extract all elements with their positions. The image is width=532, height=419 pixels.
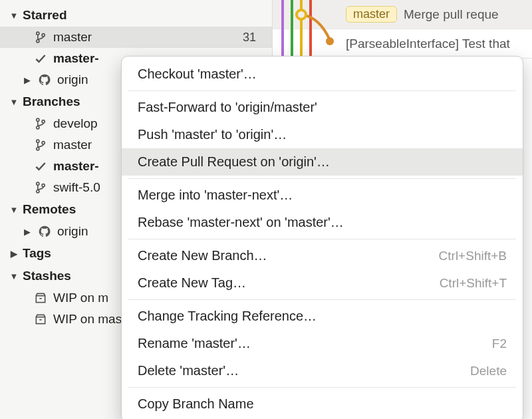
menu-label: Delete 'master'… bbox=[138, 363, 239, 378]
svg-point-16 bbox=[37, 190, 39, 193]
svg-point-8 bbox=[42, 34, 45, 37]
section-label: Branches bbox=[23, 94, 80, 109]
menu-shortcut: Ctrl+Shift+T bbox=[440, 276, 507, 291]
svg-point-10 bbox=[37, 126, 39, 129]
svg-point-14 bbox=[42, 142, 45, 144]
tree-item-master[interactable]: master 31 bbox=[0, 27, 272, 48]
svg-point-13 bbox=[37, 148, 39, 150]
chevron-down-icon: ▼ bbox=[9, 97, 19, 107]
svg-point-7 bbox=[37, 40, 39, 43]
chevron-right-icon: ▶ bbox=[23, 75, 32, 85]
menu-rename[interactable]: Rename 'master'… F2 bbox=[122, 330, 523, 357]
menu-separator bbox=[128, 90, 516, 91]
check-icon bbox=[33, 51, 48, 66]
chevron-down-icon: ▼ bbox=[9, 11, 19, 21]
svg-point-11 bbox=[42, 120, 45, 123]
tree-item-label: develop bbox=[53, 116, 98, 131]
section-label: Remotes bbox=[23, 202, 76, 217]
branch-icon bbox=[33, 180, 48, 195]
menu-label: Push 'master' to 'origin'… bbox=[138, 127, 287, 142]
chevron-down-icon: ▼ bbox=[9, 271, 19, 281]
behind-count: 31 bbox=[243, 31, 265, 45]
menu-label: Create New Tag… bbox=[138, 275, 246, 291]
tree-item-label: master bbox=[53, 30, 92, 45]
menu-copy-branch-name[interactable]: Copy Branch Name bbox=[122, 390, 523, 418]
chevron-right-icon: ▶ bbox=[9, 249, 19, 259]
menu-new-branch[interactable]: Create New Branch… Ctrl+Shift+B bbox=[122, 242, 523, 269]
menu-label: Fast-Forward to 'origin/master' bbox=[138, 100, 317, 115]
menu-merge[interactable]: Merge into 'master-next'… bbox=[122, 182, 523, 209]
chevron-right-icon: ▶ bbox=[23, 227, 32, 237]
menu-label: Merge into 'master-next'… bbox=[138, 188, 293, 203]
menu-fast-forward[interactable]: Fast-Forward to 'origin/master' bbox=[122, 94, 523, 121]
branch-icon bbox=[33, 30, 48, 45]
menu-separator bbox=[128, 178, 516, 179]
tree-item-label: origin bbox=[57, 72, 88, 87]
svg-point-17 bbox=[42, 184, 45, 187]
section-label: Tags bbox=[23, 246, 51, 261]
menu-shortcut: Ctrl+Shift+B bbox=[439, 249, 507, 263]
tree-item-label: swift-5.0 bbox=[53, 180, 100, 195]
tree-item-label: master bbox=[53, 138, 92, 152]
github-icon bbox=[37, 72, 52, 87]
chevron-down-icon: ▼ bbox=[9, 205, 19, 215]
menu-rebase[interactable]: Rebase 'master-next' on 'master'… bbox=[122, 209, 523, 236]
menu-label: Create Pull Request on 'origin'… bbox=[138, 154, 330, 170]
menu-push[interactable]: Push 'master' to 'origin'… bbox=[122, 121, 523, 148]
stash-icon bbox=[33, 291, 48, 305]
stash-icon bbox=[33, 312, 48, 327]
commit-row[interactable]: [ParseableInterface] Test that bbox=[273, 29, 532, 59]
commit-row[interactable]: master Merge pull reque bbox=[273, 0, 532, 29]
tree-item-label: master- bbox=[53, 159, 99, 174]
section-label: Starred bbox=[23, 8, 67, 23]
menu-separator bbox=[128, 239, 516, 239]
tree-item-label: origin bbox=[57, 224, 88, 239]
menu-label: Rename 'master'… bbox=[138, 336, 251, 351]
menu-shortcut: Delete bbox=[470, 364, 507, 378]
commit-message: [ParseableInterface] Test that bbox=[346, 37, 510, 51]
menu-separator bbox=[128, 387, 516, 388]
github-icon bbox=[37, 224, 52, 239]
menu-label: Create New Branch… bbox=[138, 248, 267, 263]
svg-point-15 bbox=[37, 182, 39, 185]
svg-point-12 bbox=[37, 140, 39, 142]
menu-label: Checkout 'master'… bbox=[138, 67, 257, 82]
menu-create-pull-request[interactable]: Create Pull Request on 'origin'… bbox=[122, 148, 523, 176]
menu-label: Change Tracking Reference… bbox=[138, 309, 317, 324]
tree-item-label: master- bbox=[53, 51, 99, 66]
branch-context-menu: Checkout 'master'… Fast-Forward to 'orig… bbox=[121, 56, 523, 419]
section-label: Stashes bbox=[23, 269, 71, 283]
menu-checkout[interactable]: Checkout 'master'… bbox=[122, 61, 523, 88]
menu-label: Rebase 'master-next' on 'master'… bbox=[138, 215, 344, 230]
tree-item-label: WIP on m bbox=[53, 291, 108, 305]
check-icon bbox=[33, 159, 48, 174]
branch-icon bbox=[33, 116, 48, 131]
menu-separator bbox=[128, 299, 516, 300]
svg-point-6 bbox=[37, 32, 39, 35]
menu-change-tracking[interactable]: Change Tracking Reference… bbox=[122, 303, 523, 330]
menu-new-tag[interactable]: Create New Tag… Ctrl+Shift+T bbox=[122, 269, 523, 297]
svg-point-9 bbox=[37, 118, 39, 121]
menu-delete[interactable]: Delete 'master'… Delete bbox=[122, 357, 523, 384]
section-starred[interactable]: ▼ Starred bbox=[0, 4, 272, 27]
branch-icon bbox=[33, 138, 48, 152]
commit-message: Merge pull reque bbox=[404, 7, 499, 22]
branch-chip[interactable]: master bbox=[346, 6, 397, 23]
menu-label: Copy Branch Name bbox=[138, 396, 254, 412]
menu-shortcut: F2 bbox=[492, 337, 507, 351]
